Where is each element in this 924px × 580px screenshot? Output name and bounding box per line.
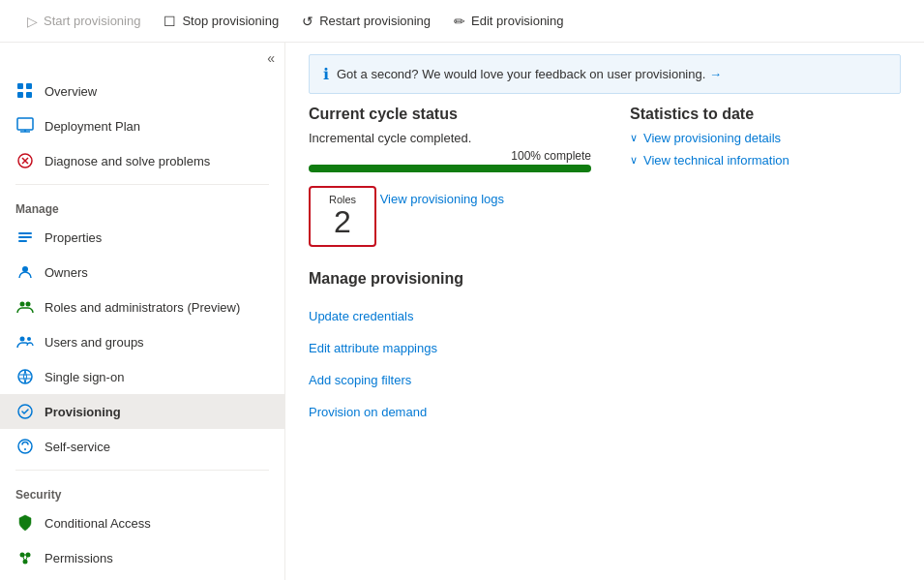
conditional-access-icon — [15, 513, 35, 533]
sidebar-item-provisioning[interactable]: Provisioning — [0, 394, 284, 429]
restart-provisioning-button[interactable]: ↺ Restart provisioning — [290, 8, 442, 35]
svg-rect-3 — [26, 92, 32, 98]
stop-provisioning-button[interactable]: ☐ Stop provisioning — [152, 8, 290, 35]
svg-point-13 — [22, 266, 28, 272]
start-icon: ▷ — [27, 14, 38, 29]
sidebar-item-overview-label: Overview — [45, 84, 97, 99]
banner-text: Got a second? We would love your feedbac… — [337, 67, 722, 81]
current-cycle-title: Current cycle status — [309, 106, 591, 123]
start-provisioning-button[interactable]: ▷ Start provisioning — [15, 8, 152, 35]
toolbar: ▷ Start provisioning ☐ Stop provisioning… — [0, 0, 924, 43]
svg-point-23 — [24, 448, 26, 450]
cycle-status-text: Incremental cycle completed. — [309, 131, 591, 145]
view-technical-info-item[interactable]: ∨ View technical information — [630, 153, 901, 168]
sidebar-item-permissions-label: Permissions — [45, 551, 113, 565]
svg-rect-1 — [17, 92, 23, 98]
svg-point-15 — [26, 302, 31, 307]
svg-point-14 — [20, 302, 25, 307]
manage-provisioning-links: Update credentials Edit attribute mappin… — [309, 295, 591, 419]
add-scoping-filters-link[interactable]: Add scoping filters — [309, 373, 591, 387]
sidebar-item-users-groups-label: Users and groups — [45, 335, 144, 350]
statistics-title: Statistics to date — [630, 106, 901, 123]
overview-icon — [15, 81, 35, 101]
sso-icon — [15, 367, 35, 386]
roles-card-count: 2 — [334, 205, 351, 239]
content-area: ℹ Got a second? We would love your feedb… — [285, 43, 924, 580]
manage-provisioning-section: Manage provisioning Update credentials E… — [309, 270, 591, 419]
sidebar-item-self-service[interactable]: Self-service — [0, 429, 284, 464]
collapse-button[interactable]: « — [0, 43, 284, 74]
banner-arrow: → — [709, 67, 722, 81]
view-provisioning-details-label: View provisioning details — [643, 131, 781, 145]
right-column: Statistics to date ∨ View provisioning d… — [630, 106, 901, 419]
progress-bar-background — [309, 165, 591, 172]
svg-rect-12 — [18, 240, 27, 242]
manage-section-label: Manage — [0, 191, 284, 220]
sidebar-item-sso[interactable]: Single sign-on — [0, 359, 284, 394]
sidebar-item-properties-label: Properties — [45, 230, 102, 245]
stop-icon: ☐ — [164, 14, 176, 29]
roles-card: Roles 2 — [309, 186, 376, 247]
sidebar: « Overview Deployment Plan Diagnose and … — [0, 43, 285, 580]
sidebar-item-properties[interactable]: Properties — [0, 220, 284, 255]
info-banner: ℹ Got a second? We would love your feedb… — [309, 54, 901, 94]
svg-point-18 — [18, 370, 32, 383]
sidebar-item-conditional-access[interactable]: Conditional Access — [0, 505, 284, 540]
sidebar-item-overview[interactable]: Overview — [0, 74, 284, 108]
sidebar-item-permissions[interactable]: Permissions — [0, 540, 284, 575]
chevron-down-icon-1: ∨ — [630, 132, 638, 144]
permissions-icon — [15, 548, 35, 567]
self-service-icon — [15, 437, 35, 456]
owners-icon — [15, 262, 35, 282]
sidebar-item-users-groups[interactable]: Users and groups — [0, 324, 284, 359]
users-groups-icon — [15, 332, 35, 351]
progress-label: 100% complete — [309, 149, 591, 163]
edit-label: Edit provisioning — [471, 14, 563, 28]
sidebar-item-self-service-label: Self-service — [45, 440, 110, 454]
diagnose-icon — [15, 151, 35, 170]
sidebar-item-owners-label: Owners — [45, 265, 88, 280]
sidebar-item-roles-label: Roles and administrators (Preview) — [45, 300, 240, 315]
provisioning-icon — [15, 402, 35, 421]
provision-on-demand-link[interactable]: Provision on demand — [309, 405, 591, 419]
statistics-section: ∨ View provisioning details ∨ View techn… — [630, 131, 901, 168]
svg-rect-0 — [17, 83, 23, 89]
view-provisioning-details-item[interactable]: ∨ View provisioning details — [630, 131, 901, 145]
sidebar-item-roles[interactable]: Roles and administrators (Preview) — [0, 290, 284, 324]
chevron-down-icon-2: ∨ — [630, 154, 638, 167]
progress-bar-fill — [309, 165, 591, 172]
view-provisioning-logs-link[interactable]: View provisioning logs — [380, 192, 504, 206]
edit-icon: ✏ — [454, 14, 465, 29]
svg-rect-10 — [18, 232, 32, 234]
update-credentials-link[interactable]: Update credentials — [309, 309, 591, 323]
svg-point-16 — [20, 337, 25, 342]
edit-attribute-mappings-link[interactable]: Edit attribute mappings — [309, 341, 591, 355]
roles-icon — [15, 297, 35, 317]
sidebar-item-provisioning-label: Provisioning — [45, 405, 121, 419]
svg-rect-11 — [18, 236, 32, 238]
edit-provisioning-button[interactable]: ✏ Edit provisioning — [442, 8, 575, 35]
security-section-label: Security — [0, 476, 284, 505]
banner-message: Got a second? We would love your feedbac… — [337, 67, 705, 81]
view-logs-label: View provisioning logs — [380, 192, 504, 206]
sidebar-item-deployment-label: Deployment Plan — [45, 119, 140, 134]
sidebar-item-diagnose[interactable]: Diagnose and solve problems — [0, 143, 284, 178]
sidebar-item-owners[interactable]: Owners — [0, 255, 284, 290]
banner-link[interactable]: → — [709, 67, 722, 81]
restart-label: Restart provisioning — [319, 14, 431, 28]
svg-rect-2 — [26, 83, 32, 89]
view-technical-info-label: View technical information — [643, 153, 790, 168]
start-label: Start provisioning — [44, 14, 140, 28]
sidebar-item-token-encryption[interactable]: Token encryption — [0, 575, 284, 580]
left-column: Current cycle status Incremental cycle c… — [309, 106, 591, 419]
deployment-icon — [15, 116, 35, 136]
stop-label: Stop provisioning — [182, 14, 279, 28]
sidebar-item-deployment-plan[interactable]: Deployment Plan — [0, 108, 284, 143]
manage-provisioning-title: Manage provisioning — [309, 270, 591, 288]
sidebar-item-sso-label: Single sign-on — [45, 370, 124, 384]
svg-rect-4 — [17, 118, 33, 130]
collapse-icon: « — [267, 50, 275, 66]
properties-icon — [15, 228, 35, 247]
svg-point-17 — [27, 337, 31, 341]
sidebar-divider-1 — [15, 184, 269, 185]
